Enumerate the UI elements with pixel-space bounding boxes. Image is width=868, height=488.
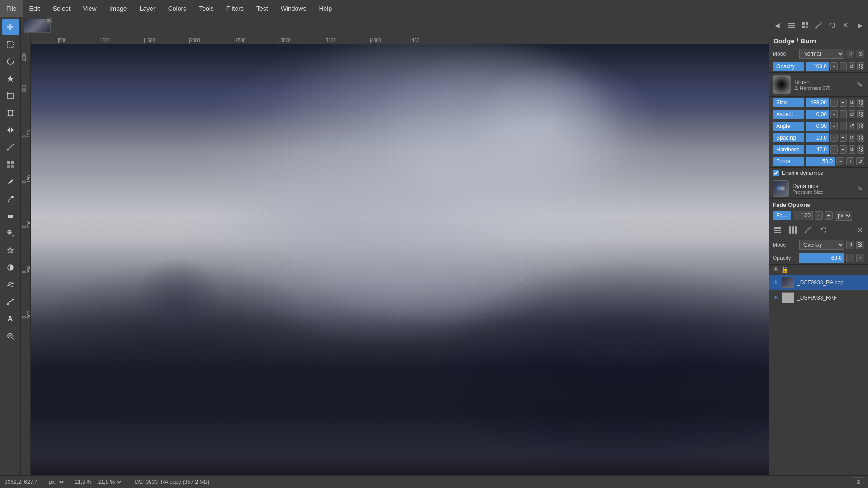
mode-select[interactable]: Normal Dodge Burn (799, 49, 844, 59)
spacing-chain-btn[interactable]: ⛓ (857, 134, 864, 142)
aspect-minus-btn[interactable]: − (830, 110, 838, 118)
menu-view[interactable]: View (77, 0, 103, 17)
unit-select[interactable]: px mm cm (47, 479, 65, 486)
opacity-label-btn[interactable]: Opacity (773, 62, 804, 71)
opacity-minus-btn[interactable]: − (830, 62, 838, 70)
size-chain-btn[interactable]: ⛓ (857, 99, 864, 107)
panel-prev-btn[interactable]: ◀ (772, 20, 783, 31)
menu-edit[interactable]: Edit (23, 0, 47, 17)
fade-plus-btn[interactable]: + (825, 211, 833, 220)
tab-columns-icon[interactable] (786, 223, 800, 237)
layer-row-0[interactable]: 👁 _DSF0933_RA cop (769, 275, 868, 290)
layer-mode-reset-btn[interactable]: ↺ (846, 241, 854, 249)
spacing-plus-btn[interactable]: + (840, 134, 847, 142)
lasso-tool[interactable] (2, 53, 19, 70)
fade-unit-select[interactable]: px % (835, 211, 852, 221)
brush-edit-btn[interactable]: ✎ (855, 80, 864, 90)
clone-tool[interactable] (2, 225, 19, 241)
aspect-plus-btn[interactable]: + (840, 110, 847, 118)
force-reset-btn[interactable]: ↺ (856, 157, 864, 165)
aspect-reset-btn[interactable]: ↺ (849, 110, 856, 118)
layer-0-eye-icon[interactable]: 👁 (773, 279, 779, 286)
measure-tool[interactable] (2, 139, 19, 155)
fade-value-input[interactable] (793, 211, 813, 220)
mode-extra-btn[interactable]: ⊞ (856, 50, 864, 58)
menu-select[interactable]: Select (47, 0, 77, 17)
opacity-reset-btn[interactable]: ↺ (849, 62, 856, 70)
canvas-container[interactable] (31, 44, 769, 475)
spacing-reset-btn[interactable]: ↺ (849, 134, 856, 142)
panel-extra-icon[interactable]: ✕ (840, 19, 852, 32)
rotate-tool[interactable] (2, 105, 19, 121)
force-label-btn[interactable]: Force (773, 157, 804, 166)
move-tool[interactable]: ✛ (2, 19, 19, 35)
mode-reset-btn[interactable]: ↺ (846, 50, 854, 58)
angle-label-btn[interactable]: Angle (773, 122, 804, 131)
image-thumbnail[interactable]: ✕ (24, 19, 51, 33)
spacing-minus-btn[interactable]: − (830, 134, 838, 142)
angle-plus-btn[interactable]: + (840, 122, 847, 130)
panel-layers-icon[interactable] (785, 19, 798, 32)
panel-paths-icon[interactable] (812, 19, 825, 32)
tab-undo-icon[interactable] (817, 223, 830, 237)
smudge-tool[interactable] (2, 277, 19, 293)
layer-mode-select[interactable]: Overlay Normal Multiply Screen (799, 240, 844, 250)
aspect-chain-btn[interactable]: ⛓ (857, 110, 864, 118)
spacing-label-btn[interactable]: Spacing (773, 133, 804, 142)
opacity-plus-btn[interactable]: + (840, 62, 847, 70)
heal-tool[interactable] (2, 242, 19, 258)
menu-filters[interactable]: Filters (220, 0, 250, 17)
menu-help[interactable]: Help (312, 0, 338, 17)
enable-dynamics-checkbox[interactable] (773, 170, 779, 176)
panel-channels-icon[interactable] (799, 19, 811, 32)
crop-tool[interactable] (2, 88, 19, 104)
paintbrush-tool[interactable] (2, 191, 19, 207)
menu-file[interactable]: File (0, 0, 23, 17)
menu-layer[interactable]: Layer (133, 0, 162, 17)
aspect-label-btn[interactable]: Aspect ... (773, 110, 804, 119)
size-minus-btn[interactable]: − (830, 99, 838, 107)
fade-minus-btn[interactable]: − (815, 211, 823, 220)
angle-reset-btn[interactable]: ↺ (849, 122, 856, 130)
hardness-reset-btn[interactable]: ↺ (849, 145, 856, 154)
menu-windows[interactable]: Windows (274, 0, 313, 17)
fuzzy-select-tool[interactable] (2, 70, 19, 87)
flip-tool[interactable] (2, 122, 19, 138)
hardness-label-btn[interactable]: Hardness (773, 145, 804, 154)
opacity-chain-btn[interactable]: ⛓ (857, 62, 864, 70)
layer-opacity-plus-btn[interactable]: + (856, 254, 864, 262)
tab-curves-icon[interactable] (802, 223, 815, 237)
layer-row-1[interactable]: 👁 _DSF0933_RAF (769, 290, 868, 305)
grid-tool[interactable] (2, 156, 19, 173)
tab-layers-icon[interactable] (771, 223, 784, 237)
path-tool[interactable] (2, 294, 19, 310)
menu-test[interactable]: Test (250, 0, 274, 17)
force-minus-btn[interactable]: − (836, 157, 844, 165)
dodge-burn-tool[interactable] (2, 259, 19, 276)
force-plus-btn[interactable]: + (846, 157, 854, 165)
fade-label-btn[interactable]: Fa... (773, 211, 791, 220)
layer-1-eye-icon[interactable]: 👁 (773, 294, 779, 301)
brush-preview[interactable] (773, 75, 791, 94)
menu-tools[interactable]: Tools (193, 0, 220, 17)
status-extra-btn[interactable]: ⊞ (854, 477, 863, 487)
visibility-toggle-icon[interactable]: 👁 (773, 266, 779, 273)
zoom-dropdown[interactable]: 21,8 % 25 % 50 % 100 % (96, 479, 123, 486)
rect-select-tool[interactable] (2, 36, 19, 52)
menu-image[interactable]: Image (103, 0, 133, 17)
dynamics-edit-btn[interactable]: ✎ (855, 185, 864, 192)
hardness-chain-btn[interactable]: ⛓ (857, 145, 864, 154)
menu-colors[interactable]: Colors (162, 0, 193, 17)
layer-opacity-minus-btn[interactable]: − (846, 254, 854, 262)
size-label-btn[interactable]: Size (773, 98, 804, 107)
eraser-tool[interactable] (2, 208, 19, 224)
tab-close-icon[interactable]: ✕ (853, 223, 866, 237)
size-reset-btn[interactable]: ↺ (849, 99, 856, 107)
hardness-plus-btn[interactable]: + (840, 145, 847, 154)
pencil-tool[interactable] (2, 174, 19, 190)
size-plus-btn[interactable]: + (840, 99, 847, 107)
panel-undo-icon[interactable] (826, 19, 839, 32)
zoom-tool[interactable] (2, 328, 19, 344)
panel-next-btn[interactable]: ▶ (854, 20, 865, 31)
hardness-minus-btn[interactable]: − (830, 145, 838, 154)
